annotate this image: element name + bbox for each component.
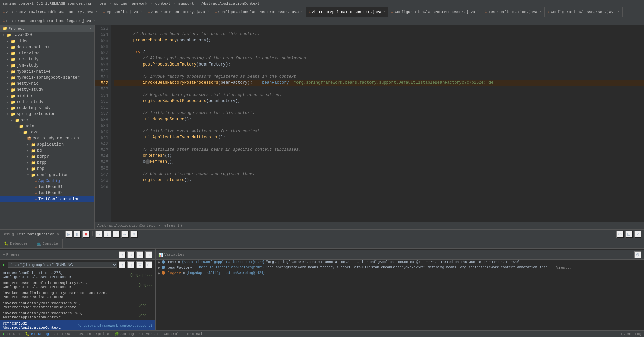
- code-line-527: try {: [114, 49, 644, 55]
- sidebar-item-netty-study[interactable]: ▸ 📁 netty-study: [0, 87, 94, 93]
- pause-button[interactable]: ⏸: [74, 231, 81, 238]
- var-this[interactable]: ▶ this = {AnnotationConfigApplicationCon…: [156, 260, 644, 265]
- run-to-cursor-button[interactable]: →|: [121, 231, 129, 238]
- sidebar-item-netty-nio[interactable]: ▸ 📁 netty-nio: [0, 81, 94, 87]
- close-icon[interactable]: ×: [207, 10, 209, 14]
- close-icon[interactable]: ×: [301, 10, 303, 14]
- code-content[interactable]: // Prepare the bean factory for use in t…: [111, 25, 644, 222]
- debug-tab-status[interactable]: 🐛 5: Debug: [25, 332, 49, 336]
- version-control-tab[interactable]: 9: Version Control: [139, 332, 180, 336]
- sidebar-item-java2020[interactable]: ▾ 📁 java2020: [0, 32, 94, 38]
- thread-selector[interactable]: "main"@1 in group "main": RUNNING: [8, 262, 117, 268]
- close-icon[interactable]: ×: [477, 10, 479, 14]
- frame-item-5[interactable]: invokeBeanFactoryPostProcessors:706, Abs…: [0, 310, 155, 320]
- step-into-button[interactable]: ↓: [104, 231, 111, 238]
- java-enterprise-tab[interactable]: Java Enterprise: [75, 332, 109, 336]
- terminal-tab[interactable]: Terminal: [185, 332, 203, 336]
- close-icon[interactable]: ×: [95, 10, 97, 14]
- sidebar-item-niofile[interactable]: ▸ 📁 niofile: [0, 93, 94, 99]
- sidebar-item-juc-study[interactable]: ▸ 📁 juc-study: [0, 56, 94, 62]
- event-log[interactable]: Event Log: [621, 332, 641, 336]
- frame-item-3[interactable]: invokeBeanDefinitionRegistryPostProcesso…: [0, 290, 155, 300]
- tab-PostProcessorRegistrationDelegate[interactable]: ☕ PostProcessorRegistrationDelegate.java…: [0, 17, 98, 25]
- settings-button[interactable]: ⚙: [616, 231, 624, 238]
- expand-logger-icon[interactable]: ▶: [158, 271, 160, 275]
- code-area[interactable]: 523 524 525 526 527 528 529 530 531 532 …: [95, 25, 644, 222]
- sidebar-item-bfpp[interactable]: ▸ 📁 bfpp: [0, 160, 94, 166]
- code-line-546b: // Check for listener beans and register…: [114, 171, 644, 177]
- tab-ConfigurationClassParser[interactable]: ☕ ConfigurationClassParser.java ×: [545, 7, 623, 17]
- sidebar-item-bd[interactable]: ▸ 📁 bd: [0, 148, 94, 154]
- debug-header: Debug TestConfiguration × ▶ ⏸ ■ ↷ ↓ ↑ →|…: [0, 230, 644, 239]
- close-icon[interactable]: ×: [93, 19, 95, 23]
- view-link[interactable]: View...: [556, 266, 572, 270]
- sidebar-item-myredis[interactable]: ▸ 📁 myredis-springboot-starter: [0, 75, 94, 81]
- tab-ConfigurationClassPostProcessor2[interactable]: ☕ ConfigurationClassPostProcessor.java ×: [388, 7, 482, 17]
- sidebar-item-application[interactable]: ▸ 📁 application: [0, 141, 94, 148]
- tab-AbstractApplicationContext[interactable]: ☕ AbstractApplicationContext.java ×: [306, 7, 388, 17]
- sidebar-item-main[interactable]: ▾ 📁 main: [0, 123, 94, 129]
- expand-beanFactory-icon[interactable]: ▶: [158, 266, 160, 270]
- project-sidebar: 📁 Project ▾ ▾ 📁 java2020 ▸ 📁 .idea ▸ 📁 d…: [0, 25, 95, 229]
- spring-tab[interactable]: 🌿 Spring: [114, 332, 134, 336]
- evaluate-button[interactable]: ⌗: [130, 231, 138, 238]
- sidebar-item-mybatis-native[interactable]: ▸ 📁 mybatis-native: [0, 69, 94, 75]
- sidebar-item-interview[interactable]: ▸ 📁 interview: [0, 50, 94, 56]
- sidebar-item-com-study-extension[interactable]: ▾ 📦 com.study.extension: [0, 135, 94, 141]
- frame-item-6-active[interactable]: refresh:532, AbstractApplicationContext …: [0, 320, 155, 330]
- sidebar-item-spring-extension[interactable]: ▾ 📁 spring-extension: [0, 111, 94, 117]
- tab-ConfigurationClassPostProcessor1[interactable]: ☕ ConfigurationClassPostProcessor.java ×: [212, 7, 306, 17]
- tab-AppConfig[interactable]: ☕ AppConfig.java ×: [100, 7, 145, 17]
- tab-AbstractAutowireCapableBeanFactory[interactable]: ☕ AbstractAutowireCapableBeanFactory.jav…: [0, 7, 100, 17]
- sidebar-item-design-pattern[interactable]: ▸ 📁 design-pattern: [0, 44, 94, 50]
- close-icon[interactable]: ×: [140, 10, 142, 14]
- thread-action-button[interactable]: ⊙: [145, 261, 152, 268]
- resume-button[interactable]: ▶: [65, 231, 72, 238]
- sidebar-item-configuration[interactable]: ▾ 📁 configuration: [0, 172, 94, 178]
- var-beanFactory[interactable]: ▶ beanFactory = {DefaultListableBeanFact…: [156, 265, 644, 270]
- todo-tab[interactable]: 8: TODO: [54, 332, 70, 336]
- frames-copy-button[interactable]: ⎘: [145, 251, 152, 258]
- run-tab[interactable]: ▶ 4: Run: [3, 332, 20, 336]
- sidebar-item-TestBean02[interactable]: ☕ TestBean02: [0, 190, 94, 196]
- sidebar-item-bdrpr[interactable]: ▸ 📁 bdrpr: [0, 154, 94, 160]
- expand-this-icon[interactable]: ▶: [158, 260, 160, 264]
- close-icon[interactable]: ×: [383, 10, 385, 14]
- step-out-button[interactable]: ↑: [113, 231, 120, 238]
- close-icon[interactable]: ×: [618, 10, 620, 14]
- frames-filter-button[interactable]: ▽: [136, 251, 144, 258]
- sidebar-item-TestConfiguration[interactable]: ☕ TestConfiguration: [0, 196, 94, 202]
- sidebar-item-idea[interactable]: ▸ 📁 .idea: [0, 38, 94, 44]
- sidebar-item-src[interactable]: ▾ 📁 src: [0, 117, 94, 123]
- cursor-indicator: ↺: [145, 159, 150, 164]
- sidebar-item-redis-study[interactable]: ▸ 📁 redis-study: [0, 99, 94, 105]
- thread-down-button[interactable]: ↓: [127, 261, 135, 268]
- sidebar-item-jvm-study[interactable]: ▸ 📁 jvm-study: [0, 62, 94, 69]
- restore-button[interactable]: ⊡: [625, 231, 633, 238]
- step-over-button[interactable]: ↷: [95, 231, 102, 238]
- thread-up-button[interactable]: ↑: [119, 261, 126, 268]
- close-icon[interactable]: ×: [540, 10, 542, 14]
- tab-debugger[interactable]: 🐛 Debugger: [0, 239, 32, 248]
- tab-TestConfiguration[interactable]: ☕ TestConfiguration.java ×: [482, 7, 545, 17]
- var-logger[interactable]: ▶ logger = {LogAdapter$Slf4jLocationAwar…: [156, 270, 644, 276]
- tab-console[interactable]: 📺 Console: [32, 239, 63, 248]
- frames-down-button[interactable]: ↓: [127, 251, 135, 258]
- variables-header: 📊 Variables ⚙: [156, 250, 644, 260]
- sidebar-item-TestBean01[interactable]: ☕ TestBean01: [0, 184, 94, 190]
- thread-filter-button[interactable]: ▽: [136, 261, 144, 268]
- debug-close-btn[interactable]: ×: [57, 232, 59, 236]
- tab-AbstractBeanFactory[interactable]: ☕ AbstractBeanFactory.java ×: [145, 7, 212, 17]
- sidebar-item-AppConfig[interactable]: ☕ AppConfig: [0, 178, 94, 184]
- vars-settings-button[interactable]: ⚙: [634, 251, 641, 258]
- java-icon: ☕: [391, 10, 393, 14]
- frame-item-2[interactable]: postProcessBeanDefinitionRegistry:242, C…: [0, 280, 155, 290]
- stop-button[interactable]: ■: [82, 231, 90, 238]
- frame-item-4[interactable]: invokeBeanFactoryPostProcessors:95, Post…: [0, 300, 155, 310]
- frame-item-1[interactable]: processBeanDefinitions:276, Configuratio…: [0, 270, 155, 280]
- sidebar-item-bpp[interactable]: ▸ 📁 bpp: [0, 166, 94, 172]
- sidebar-item-rocketmq-study[interactable]: ▸ 📁 rocketmq-study: [0, 105, 94, 111]
- sidebar-item-java[interactable]: ▾ 📁 java: [0, 129, 94, 135]
- frames-up-button[interactable]: ↑: [119, 251, 126, 258]
- close-panel-button[interactable]: ×: [634, 231, 641, 238]
